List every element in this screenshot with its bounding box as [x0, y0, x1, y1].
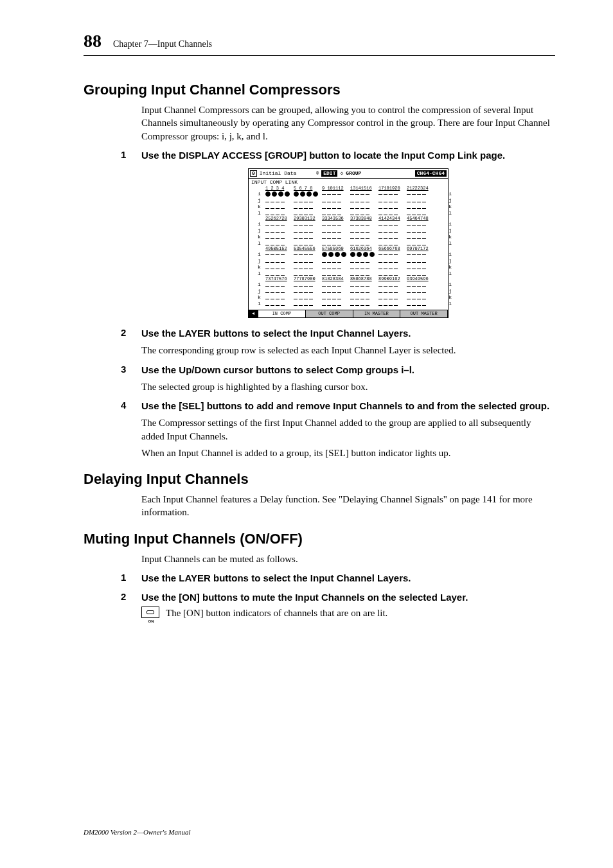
step-text: Use the DISPLAY ACCESS [GROUP] button to…	[141, 149, 505, 162]
page-number: 88	[84, 31, 102, 51]
lcd-screenshot: 0 Initial Data ® EDIT ◇ GROUP CH64-CH64 …	[248, 168, 449, 318]
sc-corner: 0	[250, 170, 257, 177]
sc-hdr-cell: 17181920	[378, 186, 407, 191]
sc-row-label: j	[449, 198, 452, 203]
sc-hdr-cell: 21222324	[407, 186, 435, 191]
sc-row-label: l	[258, 301, 261, 306]
sc-section-label: INPUT COMP LINK	[249, 179, 448, 185]
sc-title: Initial Data	[260, 171, 297, 176]
sc-row-label: i	[449, 252, 452, 257]
step-number: 2	[121, 591, 141, 604]
sc-row-label: k	[258, 204, 261, 209]
sc-row-label: j	[258, 258, 261, 263]
sc-row-label: k	[449, 265, 452, 270]
sc-tab-in-master: IN MASTER	[353, 310, 401, 317]
section3-intro: Input Channels can be muted as follows.	[141, 553, 555, 565]
section3-title: Muting Input Channels (ON/OFF)	[84, 531, 555, 547]
footer-text: DM2000 Version 2—Owner's Manual	[84, 828, 190, 836]
sc-hdr-cell: 93949596	[407, 277, 435, 281]
sc-page: GROUP	[346, 171, 361, 176]
sc-row-label: l	[258, 211, 261, 216]
section1-title: Grouping Input Channel Compressors	[84, 82, 555, 98]
step-text: Use the LAYER buttons to select the Inpu…	[141, 572, 411, 585]
sc-tab-out-master: OUT MASTER	[400, 310, 448, 317]
sc-row-label: j	[258, 288, 261, 294]
sc-row-label: j	[449, 258, 452, 263]
sc-row-label: l	[258, 271, 261, 276]
section1-intro: Input Channel Compressors can be grouped…	[141, 103, 555, 143]
sc-hdr-cell: 85868788	[350, 277, 378, 281]
running-header: 88 Chapter 7—Input Channels	[84, 31, 555, 56]
sc-row-label: k	[449, 204, 452, 209]
sc-hdr-cell: 13141516	[350, 186, 378, 191]
step-number: 2	[121, 327, 141, 340]
sc-hdr-cell: 37383940	[350, 217, 378, 221]
sc-row-label: l	[449, 301, 452, 306]
chapter-name: Chapter 7—Input Channels	[113, 39, 212, 49]
sc-row-label: i	[258, 191, 261, 197]
step-body: When an Input Channel is added to a grou…	[141, 447, 555, 459]
sc-row-label: j	[258, 198, 261, 203]
sc-row-label: i	[258, 282, 261, 287]
sc-channel: CH64-CH64	[415, 170, 447, 177]
on-button-icon: ON	[141, 607, 161, 623]
step-text: Use the LAYER buttons to select the Inpu…	[141, 327, 411, 340]
on-icon-label: ON	[141, 619, 161, 623]
step-body: The Compressor settings of the first Inp…	[141, 416, 555, 443]
sc-tab-out-comp: OUT COMP	[306, 310, 353, 317]
sc-hdr-cell: 5 6 7 8	[294, 186, 322, 191]
sc-edit: EDIT	[321, 170, 337, 177]
sc-row-label: j	[449, 288, 452, 294]
sc-hdr-cell: 73747576	[265, 277, 294, 281]
sc-row-label: k	[258, 295, 261, 300]
sc-row-label: i	[449, 222, 452, 227]
step-number: 1	[121, 149, 141, 162]
sc-row-label: l	[258, 241, 261, 246]
sc-diamond-icon: ◇	[340, 171, 343, 176]
sc-row-label: i	[258, 222, 261, 227]
sc-hdr-cell: 81828384	[322, 277, 350, 281]
section2-body: Each Input Channel features a Delay func…	[141, 493, 555, 519]
sc-hdr-cell: 89909192	[378, 277, 407, 281]
sc-hdr-cell: 9 101112	[322, 186, 350, 191]
sc-row-label: i	[449, 282, 452, 287]
sc-row-label: j	[449, 228, 452, 233]
sc-row-label: l	[449, 241, 452, 246]
sc-row-label: k	[258, 265, 261, 270]
sc-hdr-cell: 45464748	[407, 217, 435, 221]
sc-row-label: k	[449, 295, 452, 300]
sc-row-label: k	[449, 235, 452, 240]
step-text: Use the [SEL] buttons to add and remove …	[141, 400, 549, 412]
step-number: 4	[121, 400, 141, 412]
sc-row-label: i	[258, 252, 261, 257]
sc-hdr-cell: 65666768	[378, 247, 407, 251]
sc-edit-icon: ®	[316, 172, 319, 176]
step-body: The [ON] button indicators of channels t…	[166, 607, 387, 619]
sc-hdr-cell: 29303132	[294, 217, 322, 221]
sc-grid: 1 2 3 4 5 6 7 8 9 101112 13141516 171819…	[249, 185, 448, 310]
sc-hdr-cell: 1 2 3 4	[265, 186, 294, 191]
step-body: The corresponding group row is selected …	[141, 344, 555, 357]
sc-tab-arrow: ◄	[249, 310, 258, 317]
step-number: 1	[121, 572, 141, 585]
sc-hdr-cell: 49505152	[265, 247, 294, 251]
sc-row-label: j	[258, 228, 261, 233]
sc-hdr-cell: 41424344	[378, 217, 407, 221]
step-text: Use the [ON] buttons to mute the Input C…	[141, 591, 468, 604]
section2-title: Delaying Input Channels	[84, 471, 555, 488]
step-body: The selected group is highlighted by a f…	[141, 380, 555, 393]
step-number: 3	[121, 364, 141, 376]
sc-row-label: k	[258, 235, 261, 240]
sc-hdr-cell: 69707172	[407, 247, 435, 251]
sc-hdr-cell: 77787980	[294, 277, 322, 281]
step-text: Use the Up/Down cursor buttons to select…	[141, 364, 414, 376]
sc-hdr-cell: 61626364	[350, 247, 378, 251]
sc-row-label: l	[449, 211, 452, 216]
sc-hdr-cell: 53545556	[294, 247, 322, 251]
sc-hdr-cell: 33343536	[322, 217, 350, 221]
sc-row-label: l	[449, 271, 452, 276]
sc-hdr-cell: 25262728	[265, 217, 294, 221]
sc-hdr-cell: 57585960	[322, 247, 350, 251]
sc-tab-in-comp: IN COMP	[258, 310, 306, 317]
sc-row-label: i	[449, 191, 452, 197]
